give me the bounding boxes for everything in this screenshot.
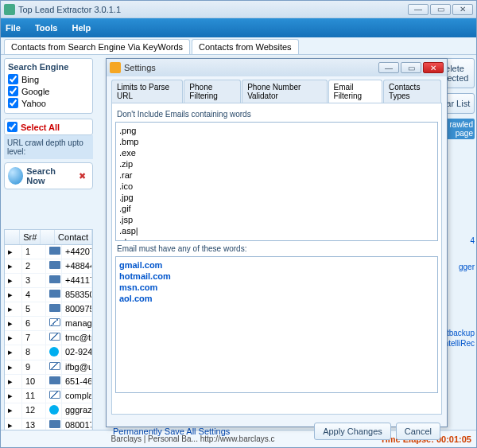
tab-search-engine[interactable]: Contacts from Search Engine Via KeyWords: [4, 39, 190, 54]
main-tabbar: Contacts from Search Engine Via KeyWords…: [1, 37, 476, 55]
contact-type-icon: [49, 333, 60, 341]
col-contact[interactable]: Contact: [55, 230, 92, 244]
settings-minimize-button[interactable]: —: [378, 62, 399, 73]
settings-app-icon: [110, 62, 121, 73]
row-sr: 3: [22, 274, 46, 287]
main-window: Top Lead Extractor 3.0.1.1 — ▭ ✕ File To…: [0, 0, 477, 448]
exclude-words-textarea[interactable]: .png.bmp.exe.zip.rar.ico.jpg.gif.jsp.asp…: [115, 122, 438, 241]
yahoo-checkbox[interactable]: [8, 98, 18, 108]
row-sr: 10: [22, 375, 46, 388]
table-row[interactable]: ▸ 5 800975-47: [5, 302, 92, 317]
row-contact: manager@: [62, 317, 92, 330]
row-contact: +44117973: [62, 274, 92, 287]
contact-type-icon: [49, 405, 59, 415]
tab-contacts-types[interactable]: Contacts Types: [383, 80, 441, 103]
exclude-label: Don't Include Emails containing words: [117, 110, 436, 119]
settings-maximize-button[interactable]: ▭: [401, 62, 421, 73]
contact-type-icon: [49, 362, 60, 370]
table-row[interactable]: ▸ 1 +44207601: [5, 245, 92, 259]
table-row[interactable]: ▸ 7 tmc@tmcn: [5, 331, 92, 345]
search-now-button[interactable]: Search Now ✖: [4, 162, 93, 189]
contact-type-icon: [49, 420, 60, 428]
row-contact: +48844736: [62, 259, 92, 273]
tab-websites[interactable]: Contacts from Websites: [192, 39, 299, 54]
row-contact: 858350-62: [62, 288, 92, 302]
row-contact: +44207601: [62, 245, 92, 259]
settings-title: Settings: [124, 63, 377, 72]
table-row[interactable]: ▸ 6 manager@: [5, 317, 92, 331]
menu-help[interactable]: Help: [72, 23, 91, 33]
table-row[interactable]: ▸ 10 651-462-41: [5, 375, 92, 389]
row-contact: tmc@tmcn: [62, 331, 92, 345]
globe-icon: [8, 167, 23, 185]
bing-checkbox[interactable]: [8, 74, 18, 84]
contact-type-icon: [49, 261, 60, 269]
table-row[interactable]: ▸ 11 complaint.i: [5, 389, 92, 403]
row-sr: 4: [22, 288, 46, 302]
row-sr: 5: [22, 302, 46, 316]
crawl-depth-label: URL crawl depth upto level:: [4, 135, 93, 159]
contact-type-icon: [49, 318, 60, 326]
app-title: Top Lead Extractor 3.0.1.1: [18, 5, 406, 14]
table-row[interactable]: ▸ 8 02-924169: [5, 345, 92, 360]
settings-icon[interactable]: ✖: [75, 168, 89, 184]
contact-type-icon: [49, 290, 60, 298]
row-sr: 8: [22, 345, 46, 360]
settings-footer: Permanently Save All Settings Apply Chan…: [107, 419, 447, 443]
row-contact: 800975-47: [62, 302, 92, 316]
col-sr[interactable]: Sr#: [20, 230, 41, 244]
row-sr: 7: [22, 331, 46, 345]
settings-tabs: Limits to Parse URL Phone Filtering Phon…: [107, 76, 447, 103]
app-icon: [4, 4, 15, 15]
select-all[interactable]: Select All: [4, 119, 93, 135]
maximize-button[interactable]: ▭: [430, 4, 451, 15]
tab-phone-validator[interactable]: Phone Number Validator: [242, 80, 327, 103]
settings-body: Don't Include Emails containing words .p…: [111, 103, 442, 415]
include-label: Email must have any of these words:: [117, 244, 436, 253]
results-table: Sr# Contact ▸ 1 +44207601 ▸ 2 +48844736 …: [4, 229, 93, 436]
row-sr: 2: [22, 259, 46, 273]
search-now-label: Search Now: [26, 166, 70, 185]
save-settings-link[interactable]: Permanently Save All Settings: [113, 427, 230, 436]
apply-changes-button[interactable]: Apply Changes: [314, 423, 391, 440]
settings-close-button[interactable]: ✕: [423, 62, 444, 73]
row-contact: complaint.i: [62, 389, 92, 403]
tab-phone-filtering[interactable]: Phone Filtering: [184, 80, 241, 103]
include-words-textarea[interactable]: gmail.comhotmail.commsn.comaol.com: [115, 256, 438, 393]
table-row[interactable]: ▸ 4 858350-62: [5, 288, 92, 302]
table-row[interactable]: ▸ 3 +44117973: [5, 274, 92, 288]
minimize-button[interactable]: —: [408, 4, 429, 15]
select-all-checkbox[interactable]: [7, 122, 17, 132]
cancel-button[interactable]: Cancel: [396, 423, 440, 440]
engine-google[interactable]: Google: [8, 86, 89, 96]
menu-file[interactable]: File: [6, 23, 21, 33]
contact-type-icon: [49, 275, 60, 283]
contact-type-icon: [49, 391, 60, 399]
google-checkbox[interactable]: [8, 86, 18, 96]
table-row[interactable]: ▸ 2 +48844736: [5, 259, 92, 274]
close-button[interactable]: ✕: [452, 4, 473, 15]
row-sr: 6: [22, 317, 46, 330]
tab-email-filtering[interactable]: Email Filtering: [328, 80, 382, 103]
panel-title: Search Engine: [8, 62, 89, 72]
row-contact: ifbg@uni-g: [62, 360, 92, 374]
contact-type-icon: [49, 247, 60, 255]
row-contact: gggraziano: [62, 403, 92, 418]
settings-dialog: Settings — ▭ ✕ Limits to Parse URL Phone…: [106, 58, 448, 427]
menu-tools[interactable]: Tools: [35, 23, 58, 33]
contact-type-icon: [49, 304, 60, 312]
table-row[interactable]: ▸ 9 ifbg@uni-g: [5, 360, 92, 375]
row-sr: 12: [22, 403, 46, 418]
row-sr: 1: [22, 245, 46, 259]
engine-yahoo[interactable]: Yahoo: [8, 98, 89, 108]
row-contact: 02-924169: [62, 345, 92, 360]
search-engine-panel: Search Engine Bing Google Yahoo: [4, 58, 93, 114]
menubar: File Tools Help: [1, 18, 476, 37]
left-column: Search Engine Bing Google Yahoo Select A…: [1, 55, 96, 446]
row-sr: 9: [22, 360, 46, 374]
table-row[interactable]: ▸ 12 gggraziano: [5, 403, 92, 419]
tab-limits[interactable]: Limits to Parse URL: [111, 80, 183, 103]
settings-titlebar: Settings — ▭ ✕: [107, 59, 447, 76]
engine-bing[interactable]: Bing: [8, 74, 89, 84]
table-header: Sr# Contact: [5, 230, 92, 245]
